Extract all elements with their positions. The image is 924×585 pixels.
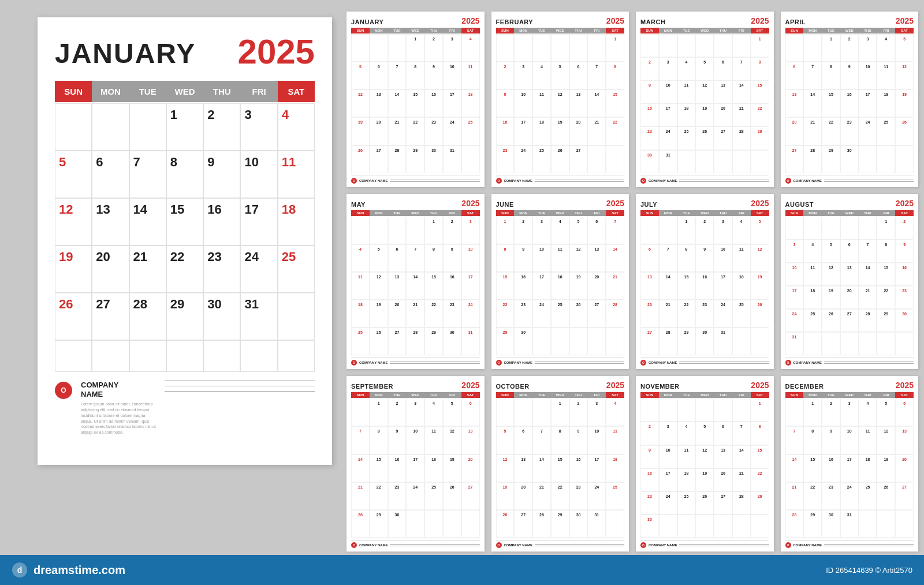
small-cal-cell: 20 xyxy=(714,468,732,491)
small-cal-body: 1234567891011121314151617181920212223242… xyxy=(785,217,914,356)
small-cal-cell xyxy=(370,34,388,62)
small-cal-cell xyxy=(895,332,914,355)
small-day-header: WED xyxy=(551,392,569,398)
small-cal-cell: 25 xyxy=(532,146,551,173)
small-cal-cell xyxy=(732,34,751,57)
small-cal-cell: 30 xyxy=(443,327,461,355)
small-day-header: MON xyxy=(370,28,388,33)
small-calendar-july: JULY2025SUNMONTUEWEDTHUFRISAT12345678910… xyxy=(636,194,774,370)
main-cal-cell: 24 xyxy=(240,245,277,293)
small-cal-cell: 6 xyxy=(388,244,407,272)
main-cal-cell: 4 xyxy=(278,103,315,151)
small-calendar-april: APRIL2025SUNMONTUEWEDTHUFRISAT1234567891… xyxy=(781,12,919,187)
small-cal-cell: 17 xyxy=(406,454,424,482)
small-cal-cell: 25 xyxy=(606,482,624,510)
small-cal-cell xyxy=(569,34,588,62)
small-cal-cell: 25 xyxy=(877,117,895,145)
small-day-header: MON xyxy=(803,392,822,398)
small-cal-cell xyxy=(532,34,551,62)
svg-text:d: d xyxy=(17,565,23,575)
small-cal-cell: 1 xyxy=(877,217,895,240)
small-cal-cell xyxy=(388,34,407,62)
small-cal-year: 2025 xyxy=(896,199,914,208)
small-cal-cell: 24 xyxy=(659,491,677,515)
small-cal-footer: O COMPANY NAME xyxy=(351,540,480,548)
small-cal-cell: 23 xyxy=(840,117,859,145)
small-cal-cell: 22 xyxy=(677,300,696,327)
small-cal-cell: 4 xyxy=(551,217,569,244)
small-cal-days-header: SUNMONTUEWEDTHUFRISAT xyxy=(785,28,914,33)
small-cal-cell: 7 xyxy=(659,244,677,272)
small-cal-cell: 1 xyxy=(606,34,624,62)
small-cal-cell xyxy=(714,34,732,57)
small-cal-cell: 23 xyxy=(496,146,515,173)
small-cal-cell: 2 xyxy=(822,398,840,426)
small-cal-footer: O COMPANY NAME xyxy=(351,176,480,184)
small-cal-cell: 3 xyxy=(659,422,677,445)
small-cal-cell: 6 xyxy=(514,426,532,454)
small-company-line xyxy=(824,363,914,364)
small-cal-cell: 7 xyxy=(732,422,751,445)
small-cal-cell xyxy=(895,146,914,173)
small-cal-cell: 26 xyxy=(895,117,914,145)
small-day-header: SUN xyxy=(785,210,804,216)
small-cal-cell: 9 xyxy=(640,445,659,468)
small-day-header: MON xyxy=(370,392,388,398)
small-cal-cell: 23 xyxy=(569,482,588,510)
small-cal-cell xyxy=(803,34,822,62)
small-cal-cell: 9 xyxy=(388,426,407,454)
small-cal-cell: 17 xyxy=(514,117,532,145)
small-cal-cell: 13 xyxy=(840,263,859,286)
small-day-header: TUE xyxy=(532,28,551,33)
small-cal-cell: 17 xyxy=(840,454,859,482)
small-cal-cell: 11 xyxy=(677,80,696,103)
small-company-name: COMPANY NAME xyxy=(649,543,677,547)
small-company-name-block: COMPANY NAME xyxy=(359,361,388,364)
small-company-lines xyxy=(535,362,624,364)
small-day-header: TUE xyxy=(388,392,407,398)
company-text-block: COMPANYNAME Lorem ipsum dolor sit amet, … xyxy=(81,381,156,435)
small-company-name: COMPANY NAME xyxy=(359,361,388,364)
main-cal-cell: 25 xyxy=(278,245,315,293)
main-cal-cell: 14 xyxy=(129,198,166,245)
small-cal-cell: 2 xyxy=(424,34,443,62)
small-cal-cell: 22 xyxy=(877,286,895,309)
small-cal-cell: 11 xyxy=(461,62,480,90)
small-cal-cell: 24 xyxy=(840,482,859,510)
small-company-line xyxy=(535,180,624,180)
small-cal-cell xyxy=(659,217,677,244)
main-cal-cell: 19 xyxy=(55,245,92,293)
small-cal-cell: 5 xyxy=(695,422,714,445)
main-cal-cell: 8 xyxy=(166,151,203,198)
small-company-logo: O xyxy=(351,178,357,184)
small-cal-body: 1234567891011121314151617181920212223242… xyxy=(496,34,625,173)
small-day-header: SUN xyxy=(640,28,659,33)
small-cal-cell: 26 xyxy=(695,126,714,150)
small-cal-cell xyxy=(822,332,840,355)
small-cal-cell: 24 xyxy=(785,309,804,332)
small-cal-cell: 8 xyxy=(877,240,895,263)
small-day-header: TUE xyxy=(677,28,696,33)
small-cal-header: MAY2025 xyxy=(351,199,480,208)
small-cal-cell xyxy=(406,217,424,244)
small-cal-footer: O COMPANY NAME xyxy=(785,540,914,548)
small-day-header: WED xyxy=(695,392,714,398)
small-cal-cell: 23 xyxy=(695,300,714,327)
small-cal-cell: 15 xyxy=(424,272,443,300)
small-cal-cell: 10 xyxy=(840,426,859,454)
small-day-header: THU xyxy=(714,28,732,33)
small-cal-cell xyxy=(859,332,877,355)
small-company-lines xyxy=(679,362,769,364)
small-cal-cell: 3 xyxy=(406,398,424,426)
small-cal-cell: 17 xyxy=(532,272,551,300)
small-cal-cell: 19 xyxy=(370,300,388,327)
small-cal-header: JULY2025 xyxy=(640,199,769,208)
dreamstime-logo-icon: d xyxy=(12,562,28,578)
small-day-header: THU xyxy=(714,392,732,398)
small-cal-cell: 21 xyxy=(388,117,407,145)
small-cal-days-header: SUNMONTUEWEDTHUFRISAT xyxy=(785,392,914,398)
small-cal-cell: 8 xyxy=(677,244,696,272)
main-cal-cell: 30 xyxy=(203,293,240,340)
small-company-line xyxy=(390,362,479,362)
small-cal-cell: 31 xyxy=(785,332,804,355)
